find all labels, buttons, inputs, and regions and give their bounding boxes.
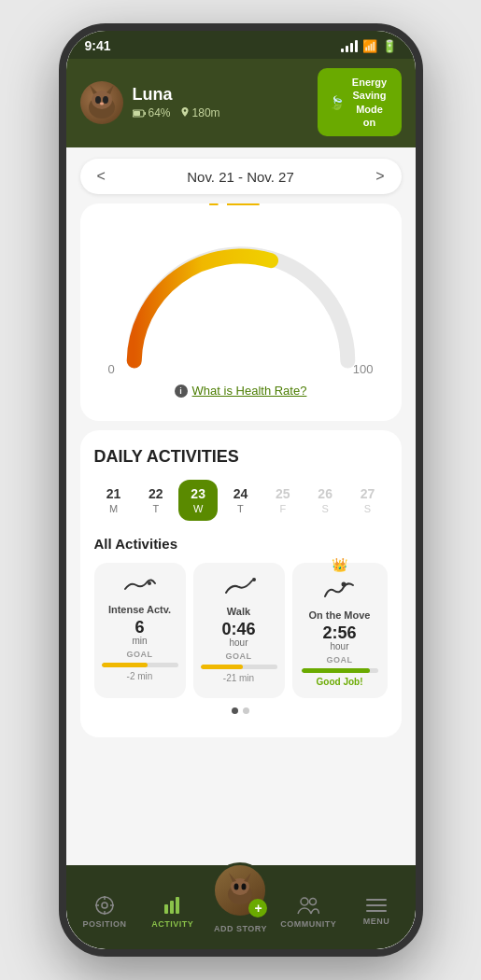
day-selector: 21 M 22 T 23 W 24 T 25 F [94, 480, 388, 521]
move-activity-name: On the Move [308, 609, 370, 621]
time: 9:41 [85, 38, 111, 53]
walk-activity-icon [222, 576, 256, 602]
activity-card-walk[interactable]: Walk 0:46 hour GOAL -21 min [193, 563, 285, 698]
move-progress-bar [302, 668, 378, 673]
svg-rect-8 [144, 112, 146, 115]
status-icons: 📶 🔋 [341, 39, 397, 53]
add-story-label: ADD STORY [214, 924, 267, 933]
add-icon: + [248, 899, 267, 917]
day-letter: S [364, 503, 371, 514]
intense-activity-diff: -2 min [127, 671, 153, 681]
day-number: 24 [233, 486, 248, 501]
day-item-thu[interactable]: 24 T [220, 480, 260, 521]
activity-icon [163, 895, 183, 916]
svg-marker-25 [229, 873, 236, 882]
walk-activity-name: Walk [227, 606, 250, 617]
nav-item-menu[interactable]: MENU [343, 889, 411, 926]
activity-label: ACTIVITY [151, 919, 193, 929]
day-letter: S [321, 503, 328, 514]
prev-date-button[interactable]: < [97, 168, 106, 185]
move-activity-unit: hour [330, 641, 348, 651]
nav-item-community[interactable]: COMMUNITY [275, 886, 343, 929]
day-letter: M [109, 503, 118, 514]
walk-goal-label: GOAL [226, 651, 252, 661]
walk-progress-bar [201, 665, 277, 669]
activity-card-intense[interactable]: Intense Actv. 6 min GOAL -2 min [94, 563, 186, 698]
health-rate-info[interactable]: i What is Health Rate? [99, 384, 383, 398]
day-number: 23 [191, 486, 205, 501]
day-letter: T [237, 503, 244, 514]
intense-goal-label: GOAL [127, 650, 153, 659]
what-is-health-rate-link[interactable]: What is Health Rate? [192, 384, 307, 398]
svg-marker-26 [244, 873, 251, 882]
day-item-tue[interactable]: 22 T [136, 480, 176, 521]
day-item-mon[interactable]: 21 M [94, 480, 134, 521]
svg-rect-21 [170, 901, 174, 914]
date-navigation: < Nov. 21 - Nov. 27 > [80, 159, 402, 194]
menu-label: MENU [363, 917, 390, 926]
day-letter: F [279, 503, 286, 514]
svg-point-4 [95, 96, 101, 104]
next-date-button[interactable]: > [375, 168, 384, 185]
intense-activity-unit: min [132, 636, 147, 646]
page-dots [94, 707, 388, 714]
nav-item-activity[interactable]: ACTIVITY [138, 886, 206, 929]
svg-point-27 [234, 884, 239, 890]
move-activity-icon [323, 578, 357, 606]
svg-point-15 [102, 903, 107, 908]
dot-2 [243, 707, 249, 714]
move-progress-fill [302, 668, 371, 673]
move-activity-diff: Good Job! [317, 677, 363, 687]
svg-rect-9 [134, 111, 140, 116]
user-name: Luna [133, 85, 220, 105]
date-range: Nov. 21 - Nov. 27 [187, 169, 294, 185]
leaf-icon: 🍃 [329, 94, 345, 111]
svg-rect-20 [164, 904, 168, 914]
day-item-wed[interactable]: 23 W [178, 480, 218, 521]
activities-section: DAILY ACTIVITIES 21 M 22 T 23 W 24 T [80, 430, 402, 737]
add-story-button[interactable]: + [212, 862, 268, 918]
battery-level: 64% [133, 106, 171, 119]
user-meta: 64% 180m [133, 106, 220, 119]
signal-icon [341, 40, 358, 52]
nav-item-position[interactable]: POSITION [71, 886, 139, 929]
svg-point-5 [103, 96, 108, 104]
nav-item-add-story[interactable]: + ADD STORY [206, 881, 275, 933]
move-goal-label: GOAL [327, 655, 353, 665]
activity-cards: Intense Actv. 6 min GOAL -2 min [94, 563, 388, 698]
health-rate-section: Health Rate 42BETA 0 100 i What is Healt… [80, 203, 402, 421]
walk-activity-value: 0:46 [221, 621, 255, 637]
phone-screen: 9:41 📶 🔋 [66, 31, 416, 949]
day-item-sat: 26 S [305, 480, 345, 521]
walk-activity-diff: -21 min [223, 673, 254, 683]
svg-marker-3 [106, 85, 114, 94]
activity-card-move[interactable]: 👑 On the Move 2:56 hour GOAL Good Jo [292, 563, 388, 698]
svg-point-28 [242, 884, 247, 890]
wifi-icon: 📶 [362, 39, 377, 53]
dot-1 [232, 707, 238, 714]
phone-frame: 9:41 📶 🔋 [59, 23, 423, 957]
svg-point-29 [301, 898, 308, 905]
daily-activities-title: DAILY ACTIVITIES [94, 447, 388, 467]
battery-icon: 🔋 [382, 39, 397, 53]
day-letter: T [152, 503, 159, 514]
intense-progress-fill [102, 663, 148, 667]
day-number: 25 [276, 486, 290, 501]
svg-point-30 [310, 899, 317, 905]
status-bar: 9:41 📶 🔋 [66, 31, 416, 59]
menu-icon [366, 898, 387, 913]
energy-saving-badge: 🍃 Energy Saving Mode on [318, 68, 402, 136]
svg-point-12 [252, 578, 256, 581]
day-item-sun: 27 S [347, 480, 387, 521]
community-icon [297, 895, 319, 916]
crown-icon: 👑 [332, 557, 347, 572]
avatar-image [80, 81, 123, 124]
intense-activity-name: Intense Actv. [108, 604, 171, 615]
info-icon: i [175, 385, 188, 398]
avatar [80, 81, 123, 124]
svg-point-10 [183, 109, 185, 111]
walk-progress-fill [201, 665, 243, 669]
svg-point-11 [148, 581, 151, 585]
day-item-fri: 25 F [263, 480, 303, 521]
bottom-navigation: POSITION ACTIVITY [66, 865, 416, 949]
